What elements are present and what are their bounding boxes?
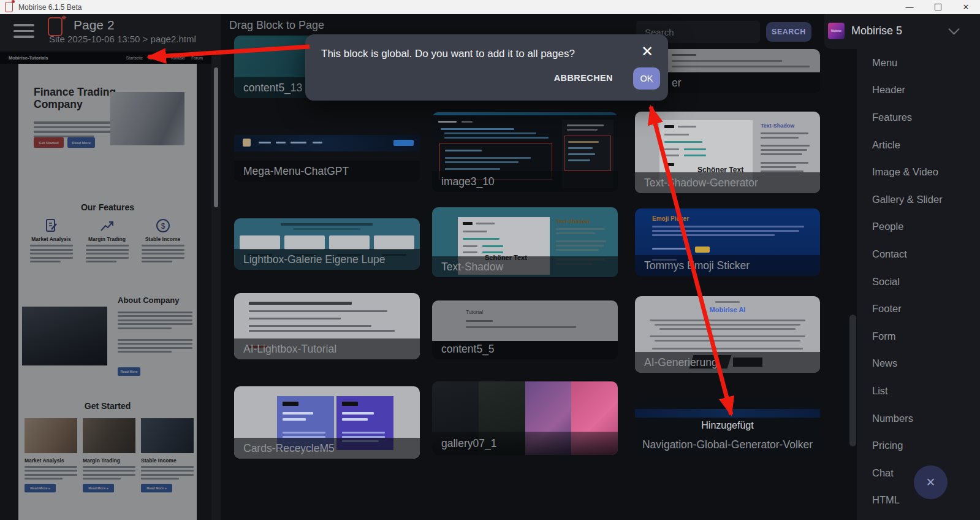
sidebar-item-image-video[interactable]: Image & Video [857, 158, 980, 186]
preview-nav-item: Forum [191, 56, 203, 60]
block-card-image3-10[interactable]: image3_10 [432, 112, 618, 192]
preview-scrollbar[interactable] [214, 67, 218, 207]
text-line [142, 261, 172, 262]
main-scrollbar[interactable] [849, 315, 856, 446]
search-button[interactable]: SEARCH [766, 22, 811, 42]
text-line [86, 261, 116, 262]
text-line [25, 466, 77, 468]
block-card-text-shadow[interactable]: Schöner Text Text-Shadow Text-Shadow [432, 207, 618, 277]
sidebar-item-social[interactable]: Social [857, 268, 980, 296]
svg-text:$: $ [161, 222, 165, 231]
about-text [118, 309, 192, 331]
window-controls: — ✕ [895, 0, 980, 14]
sidebar-item-news[interactable]: News [857, 350, 980, 378]
text-line [141, 466, 194, 468]
left-panel: Page 2 Site 2025-10-06 13:50 > page2.htm… [0, 14, 221, 520]
sidebar-item-contact[interactable]: Contact [857, 240, 980, 268]
card-image [25, 418, 77, 453]
restore-button[interactable] [924, 0, 952, 14]
block-card-mega-menu-chatgpt[interactable]: Mega-Menu-ChatGPT [234, 128, 420, 182]
sidebar-item-footer[interactable]: Footer [857, 295, 980, 323]
block-label: Text-Shadow-Generator [635, 172, 820, 193]
block-card-tommys-emoji-sticker[interactable]: Emoji Picker Tommys Emoji Sticker [635, 208, 820, 276]
dialog-close-icon[interactable]: ✕ [637, 42, 657, 61]
main-heading: Drag Block to Page [229, 19, 324, 32]
sidebar-item-pricing[interactable]: Pricing [857, 432, 980, 459]
account-name: Mobirise 5 [851, 25, 902, 37]
block-card-navigation-global-generator[interactable]: Hinzugefügt Navigation-Global-Generator-… [635, 399, 820, 455]
block-card-gallery07-1[interactable]: gallery07_1 [432, 381, 618, 455]
text-line [118, 327, 172, 329]
text-line [83, 466, 135, 468]
text-line [30, 245, 73, 247]
text-line [30, 257, 73, 259]
get-started-row: Market Analysis Read More » Margin Tradi… [25, 418, 194, 492]
close-button[interactable]: ✕ [952, 0, 980, 14]
block-label: gallery07_1 [432, 432, 618, 455]
text-line [118, 319, 192, 321]
titlebar: Mobirise 6.1.5 Beta — ✕ [0, 0, 980, 14]
site-breadcrumb: Site 2025-10-06 13:50 > page2.html [49, 34, 196, 44]
dialog-cancel-button[interactable]: ABBRECHEN [554, 73, 613, 83]
card-title: Margin Trading [83, 457, 135, 464]
sidebar-item-numbers[interactable]: Numbers [857, 405, 980, 432]
about-image [22, 307, 107, 365]
minimize-button[interactable]: — [895, 0, 924, 14]
card-text [25, 466, 77, 480]
dialog-ok-button[interactable]: OK [633, 67, 660, 90]
page-preview[interactable]: Mobirise-Tutorials Startseite Seiten ▾ K… [0, 52, 211, 520]
about-read-more-button: Read More [118, 367, 140, 376]
dollar-circle-icon: $ [135, 217, 191, 233]
text-line [30, 249, 73, 251]
block-card-cards-receyclem5[interactable]: Cards-ReceycleM5 [234, 386, 420, 459]
block-card-ai-generierung[interactable]: Mobirise AI AI-Generierung [635, 296, 820, 373]
sidebar-item-list[interactable]: List [857, 377, 980, 405]
feature-item: Market Analysis [23, 217, 79, 265]
sidebar-item-people[interactable]: People [857, 213, 980, 241]
hero-secondary-button: Read More [67, 137, 95, 148]
features-row: Market Analysis Margin Trading $ [23, 217, 192, 265]
sidebar-item-menu[interactable]: Menu [857, 49, 980, 77]
block-card-content5-5[interactable]: Tutorial content5_5 [432, 300, 618, 359]
text-line [86, 257, 129, 259]
block-thumbnail [234, 135, 420, 151]
get-started-card: Market Analysis Read More » [25, 418, 77, 492]
block-label: Tommys Emoji Sticker [635, 255, 820, 276]
account-dropdown[interactable]: Mobirise Mobirise 5 [828, 23, 958, 39]
sidebar-item-gallery-slider[interactable]: Gallery & Slider [857, 186, 980, 213]
app-window: Mobirise 6.1.5 Beta — ✕ Page 2 Site 2025… [0, 0, 980, 520]
block-card-lightbox-galerie[interactable]: Lightbox-Galerie Eigene Lupe [234, 218, 420, 270]
sidebar-item-form[interactable]: Form [857, 323, 980, 350]
dropdown-caret-icon: ▾ [163, 56, 165, 59]
page-title: Page 2 [74, 18, 115, 32]
feature-title: Stable Income [135, 236, 191, 242]
hamburger-menu-icon[interactable] [13, 24, 34, 42]
block-label: AI-Generierung [635, 352, 820, 373]
sidebar-item-features[interactable]: Features [857, 104, 980, 131]
sidebar-item-header[interactable]: Header [857, 77, 980, 104]
block-label: Lightbox-Galerie Eigene Lupe [234, 249, 420, 270]
preview-nav-item: Startseite [126, 56, 143, 60]
text-line [118, 323, 192, 325]
block-card-text-shadow-generator[interactable]: Schöner Text Text-Shadow Text-Shadow-Gen… [635, 112, 820, 193]
text-line [34, 121, 117, 124]
card-title: Market Analysis [25, 457, 77, 464]
feature-item: Margin Trading [79, 217, 135, 265]
text-line [118, 312, 192, 313]
block-card-ai-lightbox-tutorial[interactable]: AI-Lightbox-Tutorial [234, 293, 420, 359]
about-heading: About Company [118, 296, 179, 305]
block-label: content5_5 [432, 338, 618, 359]
floating-close-button[interactable]: ✕ [914, 465, 948, 499]
global-block-dialog: This block is global. Do you want to add… [305, 34, 668, 101]
hero-primary-button: Get Started [34, 137, 64, 148]
card-title: Stable Income [141, 457, 194, 464]
text-line [141, 478, 179, 480]
text-line [25, 470, 77, 472]
text-line [118, 347, 192, 349]
chevron-down-icon [948, 23, 959, 34]
sidebar-item-article[interactable]: Article [857, 131, 980, 159]
text-line [25, 478, 63, 480]
text-line [142, 253, 184, 254]
card-image [83, 418, 135, 453]
block-label: Mega-Menu-ChatGPT [234, 161, 420, 182]
